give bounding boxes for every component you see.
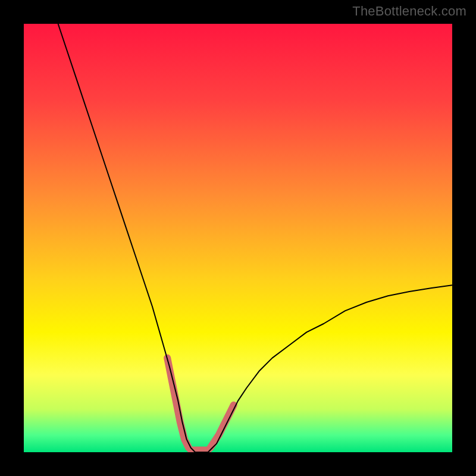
plot-area: [24, 24, 452, 452]
watermark-text: TheBottleneck.com: [352, 4, 466, 19]
chart-frame: TheBottleneck.com: [0, 0, 476, 476]
chart-svg: [24, 24, 452, 452]
gradient-background: [24, 24, 452, 452]
